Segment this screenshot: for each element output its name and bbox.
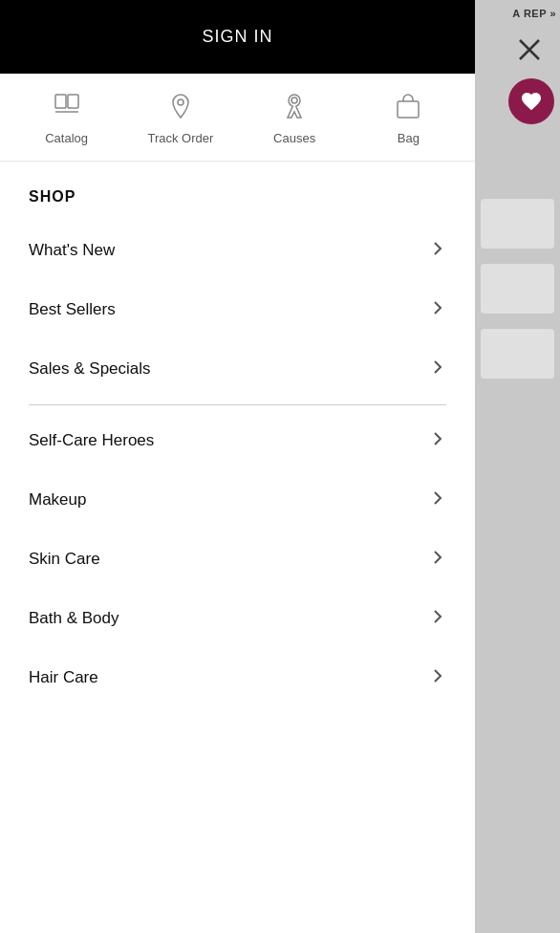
chevron-right-icon xyxy=(429,430,446,451)
svg-point-3 xyxy=(178,99,183,105)
sales-specials-label: Sales & Specials xyxy=(29,359,151,379)
sign-in-button[interactable]: SIGN IN xyxy=(0,0,475,74)
whats-new-label: What's New xyxy=(29,241,115,260)
nav-causes[interactable]: Causes xyxy=(256,91,333,145)
menu-item-hair-care[interactable]: Hair Care xyxy=(0,648,475,707)
shop-heading: SHOP xyxy=(0,162,475,221)
location-icon xyxy=(165,91,196,125)
svg-rect-1 xyxy=(68,95,78,108)
best-sellers-label: Best Sellers xyxy=(29,300,116,319)
shop-section: SHOP What's New Best Sellers Sales & Spe… xyxy=(0,162,475,933)
svg-rect-0 xyxy=(55,95,66,108)
menu-item-skin-care[interactable]: Skin Care xyxy=(0,530,475,589)
become-rep-label: A REP » xyxy=(508,0,560,23)
nav-catalog[interactable]: Catalog xyxy=(29,91,105,145)
chevron-right-icon xyxy=(429,358,446,380)
wishlist-button[interactable] xyxy=(508,78,554,124)
catalog-icon xyxy=(52,91,82,125)
menu-item-whats-new[interactable]: What's New xyxy=(0,221,475,280)
menu-item-makeup[interactable]: Makeup xyxy=(0,470,475,530)
track-order-label: Track Order xyxy=(147,131,213,145)
makeup-label: Makeup xyxy=(29,490,86,510)
close-button[interactable] xyxy=(508,29,550,71)
chevron-right-icon xyxy=(429,549,446,570)
right-panel: A REP » xyxy=(475,0,560,933)
ribbon-icon xyxy=(279,91,310,125)
menu-divider xyxy=(29,404,446,405)
svg-rect-5 xyxy=(398,101,419,118)
svg-point-4 xyxy=(291,98,297,103)
menu-item-best-sellers[interactable]: Best Sellers xyxy=(0,280,475,339)
nav-icons-row: Catalog Track Order Causes xyxy=(0,74,475,162)
self-care-heroes-label: Self-Care Heroes xyxy=(29,431,154,450)
chevron-right-icon xyxy=(429,489,446,510)
heart-icon xyxy=(520,90,543,113)
bath-body-label: Bath & Body xyxy=(29,609,119,628)
chevron-right-icon xyxy=(429,608,446,629)
bag-label: Bag xyxy=(398,131,420,145)
nav-track-order[interactable]: Track Order xyxy=(142,91,219,145)
menu-item-bath-body[interactable]: Bath & Body xyxy=(0,589,475,648)
close-icon xyxy=(516,36,543,63)
menu-item-self-care-heroes[interactable]: Self-Care Heroes xyxy=(0,411,475,470)
bag-icon xyxy=(393,91,423,125)
bg-form-fields xyxy=(475,191,560,386)
menu-item-sales-specials[interactable]: Sales & Specials xyxy=(0,339,475,399)
chevron-right-icon xyxy=(429,299,446,320)
chevron-right-icon xyxy=(429,240,446,261)
hair-care-label: Hair Care xyxy=(29,668,98,687)
navigation-drawer: SIGN IN Catalog Track Order xyxy=(0,0,475,933)
causes-label: Causes xyxy=(273,131,315,145)
chevron-right-icon xyxy=(429,667,446,688)
nav-bag[interactable]: Bag xyxy=(370,91,446,145)
skin-care-label: Skin Care xyxy=(29,550,100,569)
catalog-label: Catalog xyxy=(45,131,88,145)
